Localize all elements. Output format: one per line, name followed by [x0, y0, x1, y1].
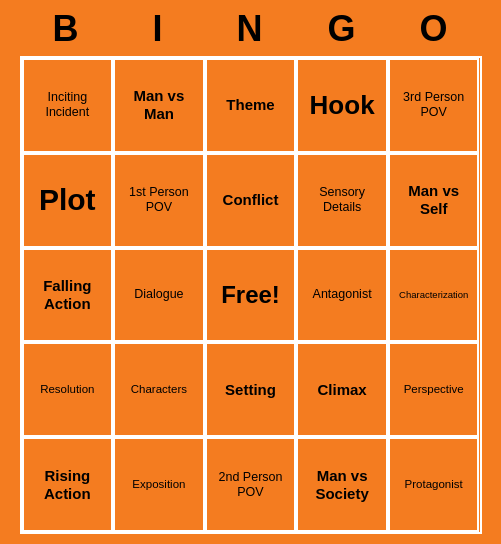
bingo-cell-0: Inciting Incident [22, 58, 114, 153]
bingo-cell-8: Sensory Details [296, 153, 388, 248]
title-n: N [211, 8, 291, 50]
bingo-grid: Inciting IncidentMan vs ManThemeHook3rd … [20, 56, 482, 534]
bingo-cell-12: Free! [205, 248, 297, 343]
bingo-cell-5: Plot [22, 153, 114, 248]
title-i: I [119, 8, 199, 50]
bingo-cell-1: Man vs Man [113, 58, 205, 153]
bingo-cell-9: Man vs Self [388, 153, 480, 248]
title-b: B [27, 8, 107, 50]
bingo-title: B I N G O [21, 0, 481, 56]
bingo-cell-6: 1st Person POV [113, 153, 205, 248]
bingo-cell-17: Setting [205, 342, 297, 437]
bingo-cell-3: Hook [296, 58, 388, 153]
bingo-cell-23: Man vs Society [296, 437, 388, 532]
bingo-cell-22: 2nd Person POV [205, 437, 297, 532]
bingo-cell-21: Exposition [113, 437, 205, 532]
bingo-cell-2: Theme [205, 58, 297, 153]
bingo-cell-13: Antagonist [296, 248, 388, 343]
bingo-cell-10: Falling Action [22, 248, 114, 343]
bingo-cell-7: Conflict [205, 153, 297, 248]
bingo-cell-4: 3rd Person POV [388, 58, 480, 153]
bingo-cell-14: Characterization [388, 248, 480, 343]
bingo-cell-11: Dialogue [113, 248, 205, 343]
bingo-cell-15: Resolution [22, 342, 114, 437]
bingo-cell-18: Climax [296, 342, 388, 437]
title-g: G [303, 8, 383, 50]
bingo-cell-19: Perspective [388, 342, 480, 437]
bingo-cell-16: Characters [113, 342, 205, 437]
bingo-cell-24: Protagonist [388, 437, 480, 532]
bingo-cell-20: Rising Action [22, 437, 114, 532]
title-o: O [395, 8, 475, 50]
